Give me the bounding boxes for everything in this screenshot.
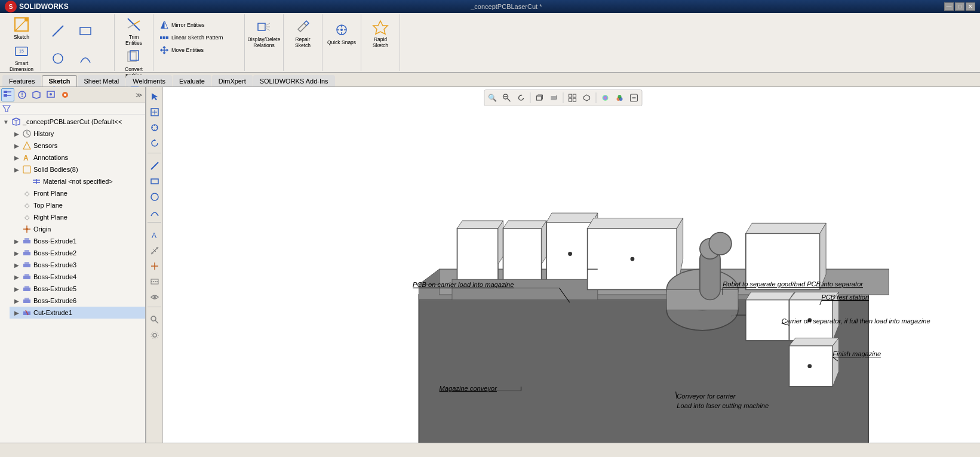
measure-btn[interactable]	[148, 243, 162, 258]
rotate-btn[interactable]	[148, 136, 162, 150]
svg-line-14	[128, 24, 134, 28]
plane-icon-right: ◇	[21, 212, 32, 223]
toolbar-group-repair: Repair Sketch	[284, 14, 322, 71]
svg-rect-31	[4, 91, 7, 93]
sketch-label: Sketch	[14, 34, 29, 40]
svg-rect-116	[457, 229, 498, 285]
tree-item-cut1[interactable]: ▶ Cut-Extrude1	[10, 307, 145, 319]
display-manager-tab[interactable]	[44, 88, 57, 101]
hide-show-btn[interactable]	[148, 290, 162, 304]
close-button[interactable]: ✕	[966, 2, 975, 11]
expand-root-icon[interactable]: ▼	[1, 119, 11, 125]
tree-item-material[interactable]: Material <not specified>	[10, 175, 145, 187]
convert-button[interactable]: Convert Entities	[118, 48, 149, 79]
rectangle-button[interactable]	[72, 18, 99, 44]
svg-marker-139	[746, 292, 794, 300]
tree-root-item[interactable]: ▼ _conceptPCBLaserCut (Default<<	[0, 116, 145, 128]
color-btn[interactable]	[599, 91, 612, 104]
note-btn[interactable]: A	[148, 228, 162, 242]
svg-point-41	[64, 94, 66, 96]
zoom-to-fit-btn[interactable]	[148, 105, 162, 119]
tab-features[interactable]: Features	[2, 75, 41, 87]
line-icon	[50, 23, 66, 39]
tree-item-annotations[interactable]: ▶ A Annotations	[10, 152, 145, 163]
move-button[interactable]: Move Entities	[157, 44, 241, 56]
sketch-arc-btn[interactable]	[148, 205, 162, 220]
zoom-in-btn[interactable]: 🔍	[486, 91, 499, 104]
tab-addins[interactable]: SOLIDWORKS Add-Ins	[253, 75, 335, 87]
tree-item-history[interactable]: ▶ History	[10, 128, 145, 140]
expand-sensors-icon[interactable]: ▶	[12, 143, 21, 149]
tree-item-sensors[interactable]: ▶ Sensors	[10, 140, 145, 152]
circle-button[interactable]	[45, 45, 71, 72]
line-button[interactable]	[45, 18, 71, 44]
tab-weldments[interactable]: Weldments	[126, 75, 172, 87]
tab-sheet-metal[interactable]: Sheet Metal	[78, 75, 126, 87]
cut1-label: Cut-Extrude1	[33, 309, 72, 316]
view-orientation-btn[interactable]	[580, 91, 594, 104]
more-view-btn[interactable]	[628, 91, 641, 104]
feature-tree-content: ▼ _conceptPCBLaserCut (Default<< ▶ Histo…	[0, 115, 145, 443]
arc-button[interactable]	[72, 45, 99, 72]
expand-annotations-icon[interactable]: ▶	[12, 155, 21, 161]
svg-line-44	[16, 119, 20, 121]
sketch-button[interactable]: Sketch	[6, 16, 37, 41]
svg-marker-120	[503, 221, 547, 229]
sketch-circle-btn[interactable]	[148, 190, 162, 204]
ribbon-tab-bar: Features Sketch Sheet Metal Weldments Ev…	[0, 73, 980, 87]
search-btn[interactable]	[148, 313, 162, 327]
svg-rect-104	[569, 98, 572, 101]
config-manager-tab[interactable]	[30, 88, 43, 101]
tree-item-boss4[interactable]: ▶ Boss-Extrude4	[10, 271, 145, 283]
appearance-btn[interactable]	[613, 91, 626, 104]
tree-item-bodies[interactable]: ▶ Solid Bodies(8)	[10, 163, 145, 175]
tree-item-boss2[interactable]: ▶ Boss-Extrude2	[10, 247, 145, 259]
sketch-line-btn[interactable]	[148, 159, 162, 173]
tab-sketch[interactable]: Sketch	[42, 75, 76, 87]
sketch-rect-btn[interactable]	[148, 174, 162, 189]
svg-point-90	[153, 296, 156, 298]
reference-btn[interactable]	[148, 259, 162, 273]
display-delete-label: Display/Delete Relations	[248, 36, 281, 48]
canvas-area[interactable]: A 🔍	[146, 87, 980, 443]
settings-btn[interactable]	[148, 328, 162, 342]
standard-views-btn[interactable]	[566, 91, 579, 104]
tab-evaluate[interactable]: Evaluate	[173, 75, 211, 87]
tree-item-boss3[interactable]: ▶ Boss-Extrude3	[10, 259, 145, 271]
mirror-button[interactable]: Mirror Entities	[157, 19, 241, 31]
zoom-out-btn[interactable]	[500, 91, 514, 104]
tree-item-boss6[interactable]: ▶ Boss-Extrude6	[10, 295, 145, 307]
tree-item-right-plane[interactable]: ◇ Right Plane	[10, 211, 145, 223]
wireframe-btn[interactable]	[533, 91, 546, 104]
property-manager-tab[interactable]	[16, 88, 29, 101]
appearance-tab[interactable]	[59, 88, 72, 101]
feature-tree-tab[interactable]	[1, 88, 14, 101]
expand-bodies-icon[interactable]: ▶	[12, 166, 21, 173]
trim-button[interactable]: TrimEntities	[118, 16, 149, 47]
rotate-view-btn[interactable]	[515, 91, 528, 104]
section-btn[interactable]	[148, 274, 162, 289]
smart-dimension-button[interactable]: 15 SmartDimension	[6, 42, 37, 73]
tab-dimxpert[interactable]: DimXpert	[212, 75, 253, 87]
smart-dim-icon: 15	[13, 42, 30, 59]
quick-snaps-button[interactable]: Quick Snaps	[326, 16, 357, 51]
boss6-label: Boss-Extrude6	[33, 297, 76, 304]
tree-item-boss1[interactable]: ▶ Boss-Extrude1	[10, 235, 145, 247]
maximize-button[interactable]: □	[955, 2, 964, 11]
rapid-sketch-button[interactable]: RapidSketch	[365, 16, 396, 51]
minimize-button[interactable]: —	[944, 2, 954, 11]
tree-item-origin[interactable]: Origin	[10, 223, 145, 235]
display-delete-button[interactable]: Display/Delete Relations	[248, 16, 279, 51]
expand-history-icon[interactable]: ▶	[12, 131, 21, 137]
tree-item-boss5[interactable]: ▶ Boss-Extrude5	[10, 283, 145, 295]
selection-tool-btn[interactable]	[148, 89, 162, 104]
repair-button[interactable]: Repair Sketch	[287, 16, 318, 51]
linear-pattern-button[interactable]: Linear Sketch Pattern	[157, 32, 241, 44]
shaded-btn[interactable]	[548, 91, 561, 104]
pan-btn[interactable]	[148, 121, 162, 135]
tree-item-top-plane[interactable]: ◇ Top Plane	[10, 199, 145, 211]
svg-rect-19	[166, 36, 168, 39]
tree-item-front-plane[interactable]: ◇ Front Plane	[10, 187, 145, 199]
expand-all-btn[interactable]: ≫	[134, 89, 144, 100]
svg-rect-61	[24, 262, 29, 264]
